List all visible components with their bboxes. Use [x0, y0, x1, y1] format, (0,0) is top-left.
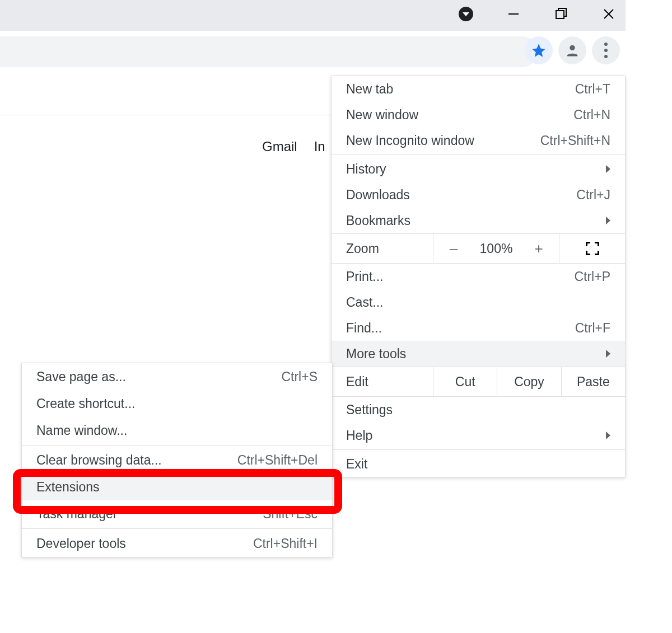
- fullscreen-button[interactable]: [559, 234, 625, 263]
- menu-edit-row: Edit Cut Copy Paste: [332, 367, 625, 397]
- menu-item-label: Name window...: [36, 423, 127, 438]
- menu-item-shortcut: Shift+Esc: [263, 507, 318, 522]
- chevron-right-icon: [606, 165, 610, 173]
- person-icon: [564, 43, 580, 58]
- menu-item-label: New window: [346, 107, 418, 123]
- submenu-create-shortcut[interactable]: Create shortcut...: [22, 390, 332, 417]
- menu-exit[interactable]: Exit: [332, 451, 625, 477]
- menu-item-shortcut: Ctrl+Shift+N: [540, 133, 610, 148]
- menu-item-label: Save page as...: [36, 369, 126, 385]
- menu-help[interactable]: Help: [332, 423, 625, 448]
- submenu-save-page[interactable]: Save page as... Ctrl+S: [22, 363, 332, 390]
- menu-item-label: Create shortcut...: [36, 396, 135, 411]
- menu-separator: [22, 445, 332, 446]
- chevron-right-icon: [606, 217, 610, 224]
- fullscreen-icon: [586, 242, 599, 255]
- menu-more-tools[interactable]: More tools: [332, 341, 625, 367]
- menu-history[interactable]: History: [332, 156, 625, 182]
- images-link-truncated[interactable]: In: [314, 139, 325, 154]
- menu-cast[interactable]: Cast...: [332, 289, 625, 315]
- maximize-icon: [554, 7, 568, 21]
- menu-separator: [22, 528, 332, 529]
- menu-item-label: Exit: [346, 457, 367, 472]
- menu-item-shortcut: Ctrl+P: [574, 269, 610, 284]
- menu-settings[interactable]: Settings: [332, 397, 625, 423]
- menu-item-label: Settings: [346, 402, 393, 418]
- menu-item-label: New Incognito window: [346, 133, 474, 148]
- menu-item-label: Bookmarks: [346, 213, 410, 228]
- minimize-icon: [507, 8, 520, 20]
- edit-copy-button[interactable]: Copy: [497, 367, 561, 396]
- menu-item-shortcut: Ctrl+N: [573, 107, 610, 123]
- edit-paste-button[interactable]: Paste: [562, 367, 625, 396]
- three-dots-vertical-icon: [604, 43, 608, 58]
- window-minimize-button[interactable]: [505, 6, 522, 22]
- menu-find[interactable]: Find... Ctrl+F: [332, 315, 625, 341]
- profile-button[interactable]: [558, 36, 586, 64]
- chevron-right-icon: [606, 350, 610, 358]
- menu-item-label: Developer tools: [36, 536, 126, 551]
- menu-item-label: Cast...: [346, 295, 383, 310]
- menu-new-window[interactable]: New window Ctrl+N: [332, 102, 625, 128]
- edit-cut-button[interactable]: Cut: [433, 367, 497, 396]
- submenu-name-window[interactable]: Name window...: [22, 417, 332, 444]
- submenu-extensions[interactable]: Extensions: [22, 473, 332, 500]
- menu-item-label: Downloads: [346, 187, 410, 203]
- submenu-task-manager[interactable]: Task manager Shift+Esc: [22, 500, 332, 527]
- browser-toolbar: [0, 31, 626, 73]
- bookmark-star-button[interactable]: [525, 36, 553, 64]
- menu-new-tab[interactable]: New tab Ctrl+T: [332, 76, 625, 102]
- submenu-clear-browsing[interactable]: Clear browsing data... Ctrl+Shift+Del: [22, 447, 332, 473]
- page-header-links: Gmail In: [262, 139, 325, 154]
- close-icon: [603, 8, 615, 20]
- menu-item-shortcut: Ctrl+Shift+I: [253, 536, 318, 551]
- menu-item-shortcut: Ctrl+T: [575, 82, 610, 97]
- svg-rect-1: [556, 11, 564, 18]
- window-close-button[interactable]: [600, 6, 617, 22]
- menu-bookmarks[interactable]: Bookmarks: [332, 208, 625, 233]
- edit-label: Edit: [332, 367, 433, 396]
- menu-item-label: Task manager: [36, 507, 117, 522]
- menu-item-label: More tools: [346, 346, 406, 362]
- window-title-bar: [0, 0, 626, 31]
- menu-new-incognito[interactable]: New Incognito window Ctrl+Shift+N: [332, 128, 625, 153]
- zoom-out-button[interactable]: –: [433, 234, 474, 263]
- tab-dropdown-button[interactable]: [458, 6, 474, 22]
- menu-item-label: Print...: [346, 269, 383, 284]
- menu-print[interactable]: Print... Ctrl+P: [332, 264, 625, 289]
- menu-item-label: Find...: [346, 321, 382, 336]
- star-icon: [531, 43, 547, 58]
- menu-item-shortcut: Ctrl+S: [281, 369, 318, 385]
- address-bar[interactable]: [0, 36, 538, 67]
- menu-item-label: History: [346, 162, 386, 177]
- svg-point-4: [570, 45, 575, 50]
- zoom-in-button[interactable]: +: [519, 234, 559, 263]
- menu-separator: [332, 154, 625, 155]
- menu-item-label: Help: [346, 428, 372, 443]
- menu-item-shortcut: Ctrl+J: [576, 187, 610, 203]
- zoom-value: 100%: [474, 234, 519, 263]
- menu-item-label: Extensions: [36, 480, 100, 495]
- caret-down-circle-icon: [459, 7, 473, 21]
- zoom-label: Zoom: [332, 234, 433, 263]
- submenu-developer-tools[interactable]: Developer tools Ctrl+Shift+I: [22, 530, 332, 557]
- menu-item-label: New tab: [346, 82, 393, 97]
- more-tools-submenu: Save page as... Ctrl+S Create shortcut..…: [21, 363, 333, 557]
- menu-separator: [332, 449, 625, 450]
- chevron-right-icon: [606, 432, 610, 439]
- chrome-main-menu: New tab Ctrl+T New window Ctrl+N New Inc…: [331, 76, 626, 477]
- chrome-menu-button[interactable]: [592, 36, 620, 64]
- menu-item-shortcut: Ctrl+F: [575, 321, 610, 336]
- menu-item-label: Clear browsing data...: [36, 453, 162, 468]
- window-maximize-button[interactable]: [553, 6, 570, 22]
- gmail-link[interactable]: Gmail: [262, 139, 297, 154]
- menu-zoom-row: Zoom – 100% +: [332, 233, 625, 264]
- menu-item-shortcut: Ctrl+Shift+Del: [237, 453, 318, 468]
- menu-downloads[interactable]: Downloads Ctrl+J: [332, 182, 625, 208]
